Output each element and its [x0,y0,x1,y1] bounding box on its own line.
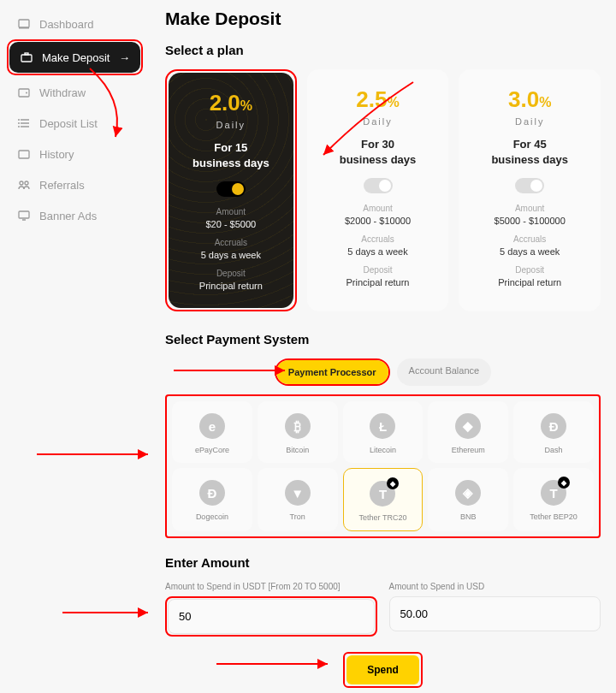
amount-label: Amount [316,204,441,213]
amount-spend-col: Amount to Spend in USDT [From 20 TO 5000… [165,582,377,637]
plan-toggle[interactable] [515,178,544,193]
pay-method-dogecoin[interactable]: ÐDogecoin [172,468,252,531]
section-title-payment: Select Payment System [165,332,601,346]
people-icon [17,178,31,192]
amount-spend-input[interactable] [168,599,375,634]
amount-value: $2000 - $10000 [316,216,441,226]
plan-card-2[interactable]: 2.5% Daily For 30business days Amount $2… [307,69,449,311]
deposit-label: Deposit [177,269,285,278]
pay-method-epaycore[interactable]: eePayCore [172,401,252,463]
plan-toggle[interactable] [364,178,393,193]
sidebar-item-deposit-list[interactable]: Deposit List [7,108,143,139]
ethereum-icon: ◆ [455,413,481,439]
plan-period-label: Daily [467,116,592,127]
pay-method-bnb[interactable]: ◈BNB [428,468,508,531]
plans-row: 2.0% Daily For 15business days Amount $2… [165,69,601,311]
plan-card-3[interactable]: 3.0% Daily For 45business days Amount $5… [459,69,601,311]
amount-value: $20 - $5000 [177,219,285,229]
accruals-value: 5 days a week [316,246,441,257]
sidebar-item-withdraw[interactable]: Withdraw [7,77,143,108]
accruals-label: Accruals [467,234,592,244]
pay-method-tether-trc20[interactable]: T◆Tether TRC20 [343,468,424,531]
plan-rate: 2.0% [177,90,285,116]
sidebar-item-label: History [39,148,74,161]
highlight-box: Spend [343,652,423,688]
accruals-label: Accruals [177,238,285,247]
plan-toggle[interactable] [216,181,246,197]
accruals-value: 5 days a week [177,250,285,260]
history-icon [17,147,31,161]
deposit-value: Principal return [316,277,441,287]
sidebar-item-history[interactable]: History [7,139,143,169]
pay-method-litecoin[interactable]: ŁLitecoin [343,401,424,463]
svg-point-14 [25,181,28,185]
svg-rect-3 [25,53,28,55]
accruals-label: Accruals [316,234,441,244]
plan-duration: For 15business days [177,140,285,171]
plan-rate: 3.0% [467,86,592,113]
bnb-icon: ◈ [455,480,481,506]
highlight-box: Payment Processor [275,358,390,386]
svg-point-9 [18,119,20,121]
amount-usd-input[interactable] [389,596,601,631]
amount-label: Amount [177,207,285,216]
svg-point-5 [26,92,27,94]
accruals-value: 5 days a week [467,246,592,257]
sidebar-item-dashboard[interactable]: Dashboard [7,9,143,39]
deposit-label: Deposit [467,265,592,275]
plan-period-label: Daily [316,116,441,127]
svg-rect-4 [19,89,29,97]
dashboard-icon [17,17,31,31]
amount-label: Amount [467,204,592,213]
plan-card-1[interactable]: 2.0% Daily For 15business days Amount $2… [169,73,293,308]
tab-account-balance[interactable]: Account Balance [397,358,492,386]
plan-period-label: Daily [177,120,285,130]
monitor-icon [17,209,31,222]
svg-rect-12 [19,151,29,158]
pay-method-tron[interactable]: ▼Tron [258,468,338,531]
epaycore-icon: e [199,413,225,439]
pay-method-ethereum[interactable]: ◆Ethereum [428,401,508,463]
pay-method-bitcoin[interactable]: ₿Bitcoin [258,401,338,463]
sidebar-item-label: Referrals [39,179,85,192]
section-title-amount: Enter Amount [165,555,601,570]
pay-tabs-row: Payment Processor Account Balance [165,358,601,394]
list-icon [17,116,31,130]
arrow-right-icon: → [119,51,130,64]
svg-point-13 [20,181,23,185]
amount-spend-label: Amount to Spend in USDT [From 20 TO 5000… [165,582,377,591]
dogecoin-icon: Ð [199,480,225,506]
wallet-icon [17,86,31,99]
tab-payment-processor[interactable]: Payment Processor [276,360,388,384]
amount-value: $5000 - $100000 [467,216,592,226]
payment-grid: eePayCore ₿Bitcoin ŁLitecoin ◆Ethereum Đ… [172,401,594,531]
network-badge-icon: ◆ [387,477,399,489]
pay-method-dash[interactable]: ĐDash [513,401,594,463]
deposit-value: Principal return [177,281,285,291]
highlight-box: 2.0% Daily For 15business days Amount $2… [165,69,297,311]
highlight-box: eePayCore ₿Bitcoin ŁLitecoin ◆Ethereum Đ… [165,394,601,538]
page-title: Make Deposit [165,9,601,29]
highlight-box: Make Deposit → [7,39,143,75]
pay-method-tether-bep20[interactable]: T◆Tether BEP20 [513,468,594,531]
svg-rect-2 [21,55,32,62]
highlight-box [165,596,377,637]
section-title-plan: Select a plan [165,43,601,57]
sidebar: Dashboard Make Deposit → Withdraw Deposi… [0,0,150,693]
sidebar-item-banner-ads[interactable]: Banner Ads [7,200,143,231]
spend-button[interactable]: Spend [346,655,419,684]
tether-icon: T◆ [370,481,395,506]
sidebar-item-label: Withdraw [39,86,86,99]
svg-point-10 [18,122,20,124]
svg-rect-15 [19,211,29,218]
plan-duration: For 30business days [316,137,441,168]
amount-usd-col: Amount to Spend in USD [389,582,601,637]
tether-icon: T◆ [541,480,566,506]
plan-rate: 2.5% [316,86,441,113]
briefcase-icon [20,50,33,64]
svg-rect-1 [19,27,29,29]
sidebar-item-make-deposit[interactable]: Make Deposit → [9,42,140,73]
sidebar-item-label: Banner Ads [39,210,97,222]
sidebar-item-referrals[interactable]: Referrals [7,169,143,200]
sidebar-item-label: Make Deposit [42,51,110,64]
